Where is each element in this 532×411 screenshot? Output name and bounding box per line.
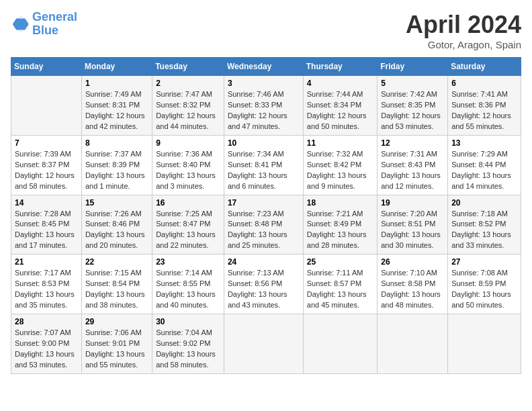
day-number: 21 <box>15 257 78 267</box>
calendar-cell: 3Sunrise: 7:46 AMSunset: 8:33 PMDaylight… <box>224 76 303 136</box>
day-number: 2 <box>156 79 220 88</box>
calendar-cell: 20Sunrise: 7:18 AMSunset: 8:52 PMDayligh… <box>448 195 521 255</box>
day-number: 12 <box>381 138 444 148</box>
cell-info: Sunrise: 7:44 AMSunset: 8:34 PMDaylight:… <box>307 90 367 130</box>
calendar-cell: 2Sunrise: 7:47 AMSunset: 8:32 PMDaylight… <box>152 76 224 136</box>
calendar-cell: 4Sunrise: 7:44 AMSunset: 8:34 PMDaylight… <box>303 76 377 136</box>
logo: General Blue <box>11 11 77 38</box>
day-number: 11 <box>307 138 373 148</box>
day-number: 30 <box>156 317 220 326</box>
day-number: 25 <box>307 257 373 267</box>
logo-icon <box>11 15 30 34</box>
day-number: 3 <box>228 79 300 88</box>
calendar-cell: 12Sunrise: 7:31 AMSunset: 8:43 PMDayligh… <box>378 135 448 195</box>
week-row-1: 1Sunrise: 7:49 AMSunset: 8:31 PMDaylight… <box>11 76 521 136</box>
cell-info: Sunrise: 7:25 AMSunset: 8:47 PMDaylight:… <box>156 210 216 250</box>
calendar-cell: 17Sunrise: 7:23 AMSunset: 8:48 PMDayligh… <box>224 195 303 255</box>
calendar-cell: 28Sunrise: 7:07 AMSunset: 9:00 PMDayligh… <box>11 314 82 374</box>
cell-info: Sunrise: 7:34 AMSunset: 8:41 PMDaylight:… <box>228 150 287 190</box>
calendar-cell: 23Sunrise: 7:14 AMSunset: 8:55 PMDayligh… <box>152 255 224 314</box>
calendar-cell: 7Sunrise: 7:39 AMSunset: 8:37 PMDaylight… <box>11 135 82 195</box>
cell-info: Sunrise: 7:26 AMSunset: 8:46 PMDaylight:… <box>85 210 145 250</box>
day-number: 4 <box>307 79 373 88</box>
cell-info: Sunrise: 7:47 AMSunset: 8:32 PMDaylight:… <box>156 90 216 130</box>
page-header: General Blue April 2024 Gotor, Aragon, S… <box>11 11 521 50</box>
day-number: 5 <box>381 79 444 88</box>
calendar-cell: 13Sunrise: 7:29 AMSunset: 8:44 PMDayligh… <box>448 135 521 195</box>
cell-info: Sunrise: 7:46 AMSunset: 8:33 PMDaylight:… <box>228 90 287 130</box>
cell-info: Sunrise: 7:39 AMSunset: 8:37 PMDaylight:… <box>15 150 75 190</box>
cell-info: Sunrise: 7:17 AMSunset: 8:53 PMDaylight:… <box>15 269 75 309</box>
calendar-cell: 30Sunrise: 7:04 AMSunset: 9:02 PMDayligh… <box>152 314 224 374</box>
day-number: 16 <box>156 198 220 208</box>
day-number: 7 <box>15 138 78 148</box>
cell-info: Sunrise: 7:14 AMSunset: 8:55 PMDaylight:… <box>156 269 216 309</box>
calendar-cell: 11Sunrise: 7:32 AMSunset: 8:42 PMDayligh… <box>303 135 377 195</box>
calendar-cell: 26Sunrise: 7:10 AMSunset: 8:58 PMDayligh… <box>378 255 448 314</box>
calendar-cell: 18Sunrise: 7:21 AMSunset: 8:49 PMDayligh… <box>303 195 377 255</box>
day-number: 17 <box>228 198 300 208</box>
header-friday: Friday <box>378 58 448 76</box>
calendar-cell: 22Sunrise: 7:15 AMSunset: 8:54 PMDayligh… <box>81 255 152 314</box>
cell-info: Sunrise: 7:04 AMSunset: 9:02 PMDaylight:… <box>156 328 216 369</box>
cell-info: Sunrise: 7:37 AMSunset: 8:39 PMDaylight:… <box>85 150 145 190</box>
week-row-5: 28Sunrise: 7:07 AMSunset: 9:00 PMDayligh… <box>11 314 521 374</box>
cell-info: Sunrise: 7:10 AMSunset: 8:58 PMDaylight:… <box>381 269 441 309</box>
calendar-cell: 27Sunrise: 7:08 AMSunset: 8:59 PMDayligh… <box>448 255 521 314</box>
day-number: 22 <box>85 257 148 267</box>
cell-info: Sunrise: 7:08 AMSunset: 8:59 PMDaylight:… <box>451 269 511 309</box>
day-number: 15 <box>85 198 148 208</box>
cell-info: Sunrise: 7:41 AMSunset: 8:36 PMDaylight:… <box>451 90 511 130</box>
cell-info: Sunrise: 7:32 AMSunset: 8:42 PMDaylight:… <box>307 150 367 190</box>
day-number: 8 <box>85 138 148 148</box>
week-row-2: 7Sunrise: 7:39 AMSunset: 8:37 PMDaylight… <box>11 135 521 195</box>
cell-info: Sunrise: 7:07 AMSunset: 9:00 PMDaylight:… <box>15 328 75 369</box>
day-number: 10 <box>228 138 300 148</box>
subtitle: Gotor, Aragon, Spain <box>406 39 521 50</box>
calendar-cell: 5Sunrise: 7:42 AMSunset: 8:35 PMDaylight… <box>378 76 448 136</box>
calendar-cell <box>11 76 82 136</box>
day-number: 28 <box>15 317 78 326</box>
calendar-cell: 16Sunrise: 7:25 AMSunset: 8:47 PMDayligh… <box>152 195 224 255</box>
calendar-cell <box>448 314 521 374</box>
header-sunday: Sunday <box>11 58 82 76</box>
header-row: SundayMondayTuesdayWednesdayThursdayFrid… <box>11 58 521 76</box>
header-tuesday: Tuesday <box>152 58 224 76</box>
calendar-cell: 9Sunrise: 7:36 AMSunset: 8:40 PMDaylight… <box>152 135 224 195</box>
cell-info: Sunrise: 7:36 AMSunset: 8:40 PMDaylight:… <box>156 150 216 190</box>
calendar-cell: 29Sunrise: 7:06 AMSunset: 9:01 PMDayligh… <box>81 314 152 374</box>
calendar-cell: 24Sunrise: 7:13 AMSunset: 8:56 PMDayligh… <box>224 255 303 314</box>
main-title: April 2024 <box>406 11 521 39</box>
cell-info: Sunrise: 7:23 AMSunset: 8:48 PMDaylight:… <box>228 210 287 250</box>
day-number: 24 <box>228 257 300 267</box>
day-number: 26 <box>381 257 444 267</box>
cell-info: Sunrise: 7:31 AMSunset: 8:43 PMDaylight:… <box>381 150 441 190</box>
day-number: 13 <box>451 138 517 148</box>
cell-info: Sunrise: 7:11 AMSunset: 8:57 PMDaylight:… <box>307 269 367 309</box>
title-block: April 2024 Gotor, Aragon, Spain <box>406 11 521 50</box>
calendar-cell: 14Sunrise: 7:28 AMSunset: 8:45 PMDayligh… <box>11 195 82 255</box>
cell-info: Sunrise: 7:49 AMSunset: 8:31 PMDaylight:… <box>85 90 145 130</box>
calendar-cell: 1Sunrise: 7:49 AMSunset: 8:31 PMDaylight… <box>81 76 152 136</box>
calendar-cell: 25Sunrise: 7:11 AMSunset: 8:57 PMDayligh… <box>303 255 377 314</box>
week-row-4: 21Sunrise: 7:17 AMSunset: 8:53 PMDayligh… <box>11 255 521 314</box>
calendar-cell: 15Sunrise: 7:26 AMSunset: 8:46 PMDayligh… <box>81 195 152 255</box>
cell-info: Sunrise: 7:21 AMSunset: 8:49 PMDaylight:… <box>307 210 367 250</box>
cell-info: Sunrise: 7:18 AMSunset: 8:52 PMDaylight:… <box>451 210 511 250</box>
cell-info: Sunrise: 7:29 AMSunset: 8:44 PMDaylight:… <box>451 150 511 190</box>
header-thursday: Thursday <box>303 58 377 76</box>
calendar-cell <box>303 314 377 374</box>
logo-line1: General <box>32 10 77 24</box>
week-row-3: 14Sunrise: 7:28 AMSunset: 8:45 PMDayligh… <box>11 195 521 255</box>
day-number: 18 <box>307 198 373 208</box>
logo-line2: Blue <box>32 24 58 37</box>
day-number: 14 <box>15 198 78 208</box>
cell-info: Sunrise: 7:15 AMSunset: 8:54 PMDaylight:… <box>85 269 145 309</box>
day-number: 29 <box>85 317 148 326</box>
cell-info: Sunrise: 7:42 AMSunset: 8:35 PMDaylight:… <box>381 90 441 130</box>
calendar-cell <box>378 314 448 374</box>
calendar-cell: 8Sunrise: 7:37 AMSunset: 8:39 PMDaylight… <box>81 135 152 195</box>
calendar-cell: 10Sunrise: 7:34 AMSunset: 8:41 PMDayligh… <box>224 135 303 195</box>
header-wednesday: Wednesday <box>224 58 303 76</box>
header-monday: Monday <box>81 58 152 76</box>
